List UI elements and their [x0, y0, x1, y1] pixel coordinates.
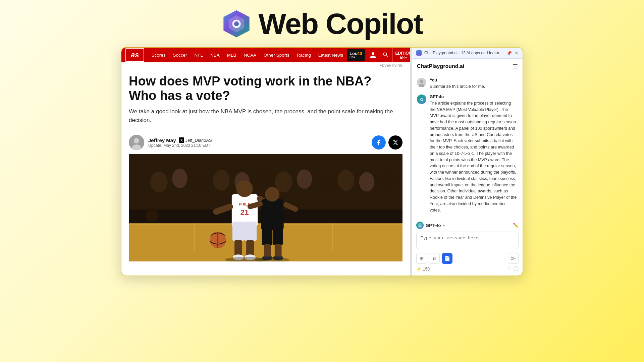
article-divider [129, 130, 402, 130]
edit-icon[interactable]: ✏️ [513, 223, 519, 228]
user-message-row: You Summarize this article for me. [417, 78, 518, 90]
nav-mlb[interactable]: MLB [223, 48, 240, 62]
svg-point-23 [359, 172, 374, 192]
advertising-label: ADVERTISING [121, 63, 410, 68]
nav-scores[interactable]: Scores [148, 48, 169, 62]
author-name-row: Jeffrey May 𝕏 Jeff_DiarioAS [148, 137, 212, 143]
svg-rect-43 [262, 228, 272, 245]
svg-point-28 [236, 181, 253, 197]
chat-tab-title: ChatPlayground.ai - 12 AI apps and featu… [424, 51, 504, 55]
svg-point-16 [213, 170, 230, 191]
nav-other-sports[interactable]: Other Sports [260, 48, 293, 62]
svg-rect-50 [147, 208, 157, 218]
footer-actions: ♡ ⓘ [506, 266, 519, 272]
user-avatar [417, 78, 426, 87]
chat-toolbar-row: ⊞ ⧉ 📄 [416, 253, 519, 264]
main-content-wrapper: as Scores Soccer NFL NBA MLB NCAA Other … [121, 47, 523, 276]
nav-soccer[interactable]: Soccer [169, 48, 191, 62]
gpt-message-content: GPT-4o The article explains the process … [430, 95, 518, 214]
chat-panel: ChatPlayground.ai - 12 AI apps and featu… [412, 48, 523, 276]
nav-racing[interactable]: Racing [293, 48, 315, 62]
credits-count: 150 [423, 267, 430, 272]
svg-rect-44 [273, 228, 283, 245]
lightning-icon: ⚡ [416, 266, 422, 272]
copilot-logo-icon [221, 9, 252, 39]
los40-text: Los40 [350, 51, 362, 56]
svg-text:21: 21 [240, 208, 249, 217]
svg-point-5 [134, 138, 139, 143]
user-message-content: You Summarize this article for me. [430, 78, 518, 90]
chat-app-name: ChatPlayground.ai [417, 63, 464, 69]
user-message-sender: You [430, 78, 518, 82]
gpt-message-sender: GPT-4o [430, 95, 518, 99]
los40-sub: USA [350, 56, 362, 59]
svg-rect-12 [332, 224, 333, 251]
author-details: Jeffrey May 𝕏 Jeff_DiarioAS Update: May … [148, 137, 212, 148]
svg-point-20 [297, 170, 312, 189]
chat-input-area: G GPT-4o ▾ ✏️ ⊞ ⧉ 📄 ⚡ 150 [412, 218, 523, 276]
svg-point-24 [381, 170, 394, 188]
search-icon[interactable] [380, 48, 392, 62]
chat-message-input[interactable] [416, 232, 519, 249]
twitter-handle: Jeff_DiarioAS [185, 138, 212, 143]
gpt-message-text: The article explains the process of sele… [430, 100, 518, 214]
article-title: How does MVP voting work in the NBA? Who… [129, 74, 402, 103]
nav-nfl[interactable]: NFL [191, 48, 207, 62]
user-message-text: Summarize this article for me. [430, 83, 518, 90]
nav-nba[interactable]: NBA [207, 48, 223, 62]
facebook-share-button[interactable] [372, 135, 386, 149]
author-avatar [129, 135, 144, 150]
svg-point-15 [194, 175, 207, 192]
chatplayground-favicon-icon [416, 50, 422, 56]
nav-links: Scores Soccer NFL NBA MLB NCAA Other Spo… [148, 48, 346, 62]
svg-rect-31 [232, 222, 245, 241]
article-content: How does MVP voting work in the NBA? Who… [121, 68, 410, 276]
nav-latest-news[interactable]: Latest News [315, 48, 347, 62]
svg-rect-32 [245, 222, 257, 241]
svg-point-18 [256, 170, 270, 188]
social-buttons [372, 135, 402, 149]
svg-point-40 [265, 187, 279, 201]
gpt-avatar: G [417, 95, 426, 104]
nav-ncaa[interactable]: NCAA [240, 48, 260, 62]
gpt-message-row: G GPT-4o The article explains the proces… [417, 95, 518, 214]
chat-tab-bar: ChatPlayground.ai - 12 AI apps and featu… [412, 48, 523, 59]
chat-footer-row: ⚡ 150 ♡ ⓘ [416, 266, 519, 272]
user-icon[interactable] [367, 48, 379, 62]
grid-tool-button[interactable]: ⊞ [416, 253, 427, 264]
send-button[interactable] [508, 253, 519, 264]
close-tab-button[interactable]: ✕ [515, 50, 519, 56]
app-title: Web Copilot [258, 7, 423, 41]
svg-point-21 [318, 174, 332, 191]
chat-title-bar: ChatPlayground.ai ☰ [412, 59, 523, 73]
svg-point-19 [275, 172, 292, 192]
author-info: Jeffrey May 𝕏 Jeff_DiarioAS Update: May … [129, 135, 212, 150]
svg-point-14 [172, 169, 187, 188]
svg-text:G: G [420, 98, 423, 102]
svg-rect-39 [261, 199, 284, 230]
svg-point-22 [338, 170, 355, 191]
as-navbar: as Scores Soccer NFL NBA MLB NCAA Other … [121, 48, 410, 62]
article-meta: Jeffrey May 𝕏 Jeff_DiarioAS Update: May … [129, 135, 402, 150]
heart-icon[interactable]: ♡ [506, 266, 511, 272]
x-share-button[interactable] [388, 135, 402, 149]
article-subtitle: We take a good look at just how the NBA … [129, 107, 402, 124]
article-image: 21 PHILA [129, 154, 402, 261]
app-header: Web Copilot [0, 0, 644, 47]
pin-icon[interactable]: 📌 [506, 51, 512, 56]
document-tool-button[interactable]: 📄 [442, 253, 452, 264]
model-icon: G [416, 222, 424, 229]
article-date: Update: May 2nd, 2023 21:10 EDT [148, 143, 212, 148]
svg-point-54 [420, 80, 423, 83]
model-name: GPT-4o [426, 223, 441, 228]
model-chevron-down-icon[interactable]: ▾ [443, 224, 445, 227]
credits-badge: ⚡ 150 [416, 266, 430, 272]
x-logo-icon: 𝕏 [179, 137, 184, 143]
info-icon[interactable]: ⓘ [514, 266, 519, 272]
copy-tool-button[interactable]: ⧉ [429, 253, 440, 264]
edition-label: EDITION [395, 51, 412, 56]
as-logo[interactable]: as [125, 48, 144, 62]
author-twitter[interactable]: 𝕏 Jeff_DiarioAS [179, 137, 212, 143]
chat-menu-icon[interactable]: ☰ [513, 63, 518, 70]
los40-badge: Los40 USA [347, 49, 365, 61]
